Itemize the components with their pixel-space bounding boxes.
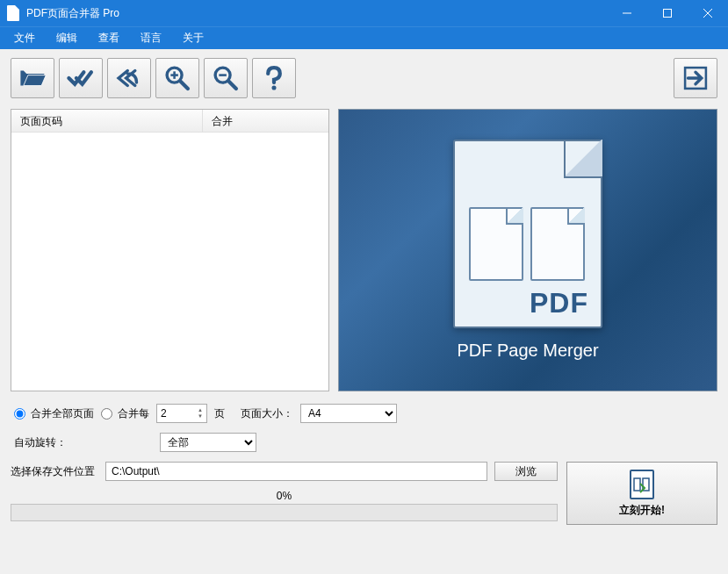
menu-view[interactable]: 查看 — [88, 27, 130, 49]
radio-merge-all-label: 合并全部页面 — [31, 406, 94, 421]
menu-language[interactable]: 语言 — [130, 27, 172, 49]
column-merge[interactable]: 合并 — [203, 110, 328, 132]
menu-about[interactable]: 关于 — [172, 27, 214, 49]
merge-options-row: 合并全部页面 合并每 2 ▲▼ 页 页面大小： A4 — [11, 404, 717, 423]
auto-rotate-select[interactable]: 全部 — [160, 433, 256, 452]
zoom-in-icon — [162, 63, 192, 93]
radio-merge-all-input[interactable] — [14, 408, 25, 420]
double-check-icon — [66, 63, 96, 93]
help-button[interactable] — [252, 58, 296, 98]
content-area: 页面页码 合并 PDF PDF Page Merger 合并全部页面 合并每 2… — [0, 49, 728, 574]
page-list[interactable]: 页面页码 合并 — [11, 109, 329, 391]
radio-merge-every-label: 合并每 — [118, 406, 149, 421]
undo-button[interactable] — [107, 58, 151, 98]
progress-bar — [11, 504, 558, 521]
output-path-row: 选择保存文件位置 C:\Output\ 浏览 — [11, 462, 558, 481]
maximize-button[interactable] — [647, 0, 688, 26]
exit-arrow-icon — [681, 63, 710, 93]
bottom-left: 选择保存文件位置 C:\Output\ 浏览 0% — [11, 462, 558, 525]
rotate-row: 自动旋转： 全部 — [11, 433, 717, 452]
preview-panel: PDF PDF Page Merger — [338, 109, 717, 391]
page-size-label: 页面大小： — [241, 406, 293, 421]
mini-page-icon — [469, 207, 523, 281]
browse-button[interactable]: 浏览 — [494, 462, 558, 481]
auto-rotate-label: 自动旋转： — [14, 435, 153, 450]
titlebar: PDF页面合并器 Pro — [0, 0, 728, 26]
progress-area: 0% — [11, 490, 558, 521]
app-icon — [7, 5, 19, 21]
output-path-value: C:\Output\ — [112, 465, 160, 477]
pages-spinner-value: 2 — [161, 407, 167, 420]
list-header: 页面页码 合并 — [11, 110, 328, 133]
radio-merge-every[interactable]: 合并每 — [101, 406, 149, 421]
zoom-out-button[interactable] — [204, 58, 248, 98]
start-pdf-icon — [630, 470, 654, 499]
menu-file[interactable]: 文件 — [4, 27, 46, 49]
progress-text: 0% — [11, 490, 558, 502]
zoom-in-button[interactable] — [155, 58, 199, 98]
svg-line-5 — [180, 81, 188, 89]
pdf-text-label: PDF — [530, 287, 588, 319]
close-button[interactable] — [688, 0, 728, 26]
export-button[interactable] — [674, 58, 717, 98]
page-size-select[interactable]: A4 — [300, 404, 397, 423]
pdf-document-icon: PDF — [453, 140, 602, 328]
bottom-section: 选择保存文件位置 C:\Output\ 浏览 0% 立刻开始! — [11, 462, 717, 525]
minimize-button[interactable] — [607, 0, 647, 26]
menu-edit[interactable]: 编辑 — [46, 27, 88, 49]
pages-suffix: 页 — [214, 406, 225, 421]
svg-rect-1 — [664, 10, 672, 18]
toolbar — [11, 56, 717, 100]
radio-merge-every-input[interactable] — [101, 408, 112, 420]
radio-merge-all[interactable]: 合并全部页面 — [14, 406, 94, 421]
output-path-input[interactable]: C:\Output\ — [105, 462, 487, 481]
open-button[interactable] — [11, 58, 54, 98]
titlebar-title: PDF页面合并器 Pro — [26, 6, 607, 21]
folder-open-icon — [18, 63, 47, 93]
double-undo-icon — [114, 63, 144, 93]
mid-section: 页面页码 合并 PDF PDF Page Merger — [11, 109, 717, 391]
spinner-buttons[interactable]: ▲▼ — [198, 407, 203, 420]
output-path-label: 选择保存文件位置 — [11, 464, 98, 479]
zoom-out-icon — [211, 63, 241, 93]
mini-page-icon — [530, 207, 585, 281]
preview-label: PDF Page Merger — [457, 341, 598, 361]
help-icon — [259, 63, 289, 93]
confirm-button[interactable] — [59, 58, 103, 98]
window-controls — [607, 0, 728, 26]
column-page-number[interactable]: 页面页码 — [11, 110, 203, 132]
menubar: 文件 编辑 查看 语言 关于 — [0, 26, 728, 49]
svg-point-11 — [271, 86, 276, 90]
svg-line-9 — [228, 81, 236, 89]
start-button-label: 立刻开始! — [619, 503, 665, 518]
start-button[interactable]: 立刻开始! — [566, 462, 717, 525]
pages-spinner[interactable]: 2 ▲▼ — [156, 404, 207, 423]
